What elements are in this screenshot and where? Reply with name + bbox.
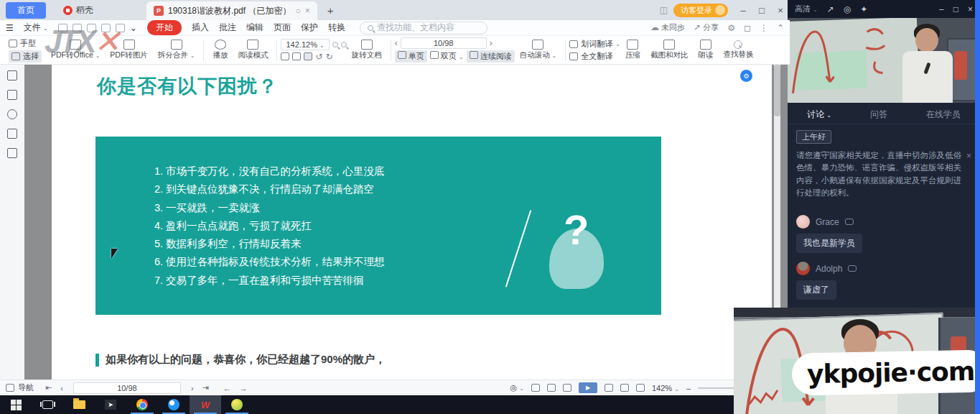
wps-taskbar-button[interactable]: W <box>190 395 221 414</box>
tab-discussion[interactable]: 讨论 ⌄ <box>807 109 831 121</box>
menu-page[interactable]: 页面 <box>274 22 291 34</box>
window-maximize-icon[interactable]: □ <box>752 5 771 16</box>
auto-scroll-button[interactable]: 自动滚动 ⌄ <box>520 40 557 60</box>
tab-qa[interactable]: 问答 <box>870 109 887 121</box>
live-video-feed[interactable] <box>788 18 980 103</box>
history-forward-icon[interactable]: → <box>240 384 248 392</box>
settings-gear-icon[interactable]: ⚙ <box>727 23 735 33</box>
menu-convert[interactable]: 转换 <box>328 22 345 34</box>
prev-page-status-icon[interactable]: ‹ <box>60 384 63 392</box>
live-share-icon[interactable]: ↗ <box>827 4 834 14</box>
chat-bubble-icon[interactable] <box>845 218 854 225</box>
close-tab-icon[interactable]: × <box>305 6 310 16</box>
play-status-button[interactable]: ▶ <box>579 382 597 393</box>
print-icon[interactable] <box>87 24 96 32</box>
first-page-icon[interactable]: ⇤ <box>45 383 52 392</box>
avatar[interactable] <box>796 215 810 229</box>
prev-page-icon[interactable]: ‹ <box>395 38 398 48</box>
full-translate-button[interactable]: 全文翻译 <box>569 51 620 62</box>
fit-width-status-icon[interactable] <box>620 384 629 392</box>
window-minimize-icon[interactable]: – <box>734 5 752 16</box>
actual-size-icon[interactable] <box>281 52 289 60</box>
quick-tools-float-button[interactable]: ⚙ <box>740 70 752 82</box>
nav-panel-icon[interactable] <box>6 384 14 392</box>
signature-icon[interactable] <box>7 148 17 158</box>
comment-badge-icon[interactable]: ○ <box>295 6 300 16</box>
menu-start[interactable]: 开始 <box>147 20 182 35</box>
double-page-button[interactable]: 双页 ⌄ <box>430 51 464 62</box>
hand-tool[interactable]: 手型 <box>9 38 42 49</box>
screen-tool-button[interactable]: ➤ <box>95 395 126 414</box>
page-number-input[interactable]: 10/98 <box>401 37 487 49</box>
eye-protect-icon[interactable]: ◎ ⌄ <box>510 383 524 392</box>
pdf-to-image-button[interactable]: PDF转图片 <box>110 40 148 60</box>
history-back-icon[interactable]: ← <box>223 384 231 392</box>
pin-icon[interactable]: ✦ <box>860 4 867 14</box>
rotate-right-icon[interactable]: ↻ <box>326 52 333 62</box>
rotate-doc-button[interactable]: 旋转文档 <box>352 40 382 60</box>
nav-label[interactable]: 导航 <box>18 382 34 393</box>
chat-bubble-icon[interactable] <box>848 265 857 272</box>
tab-document[interactable]: P 190318谐波教材.pdf （已加密） ○ × <box>146 1 317 20</box>
share-button[interactable]: ↗ 分享 <box>694 22 719 33</box>
select-tool[interactable]: 选择 <box>9 50 42 63</box>
record-icon[interactable]: ◎ <box>844 4 851 14</box>
more-vertical-icon[interactable]: ⋮ <box>760 23 768 33</box>
undo-icon[interactable] <box>101 24 111 32</box>
live-close-icon[interactable]: × <box>968 4 973 14</box>
pdf-to-office-button[interactable]: PDF转Office ⌄ <box>51 40 100 60</box>
tab-home[interactable]: 首页 <box>6 2 46 19</box>
avatar[interactable] <box>796 262 810 275</box>
hamburger-icon[interactable]: ☰ <box>6 23 14 33</box>
browser-app-button[interactable] <box>158 395 190 414</box>
continuous-status-icon[interactable] <box>531 384 540 392</box>
status-page-input[interactable]: 10/98 <box>73 382 181 394</box>
tab-online-students[interactable]: 在线学员 <box>926 109 961 121</box>
pdf-page[interactable]: 你是否有以下困扰？ 1. 市场千变万化，没有自己的分析系统，心里没底 2. 到关… <box>52 63 772 380</box>
search-input[interactable]: 查找功能、文档内容 <box>360 22 487 34</box>
live-maximize-icon[interactable]: □ <box>953 4 958 14</box>
menu-edit[interactable]: 编辑 <box>246 22 263 34</box>
scrollbar-thumb[interactable] <box>774 65 780 116</box>
menu-file[interactable]: 文件 ⌄ <box>24 22 48 34</box>
fit-width-icon[interactable] <box>292 52 301 60</box>
chrome-button[interactable] <box>126 395 158 414</box>
last-page-icon[interactable]: ⇥ <box>202 383 209 392</box>
quality-selector[interactable]: 高清 ⌄ <box>795 4 818 14</box>
read-aloud-button[interactable]: 朗读 <box>698 40 713 60</box>
single-page-button[interactable]: 单页 <box>395 50 427 63</box>
compress-button[interactable]: 压缩 <box>625 40 640 60</box>
next-page-status-icon[interactable]: › <box>191 384 194 392</box>
menu-insert[interactable]: 插入 <box>192 22 209 34</box>
sync-status[interactable]: ☁ 未同步 <box>650 22 685 33</box>
read-mode-button[interactable]: 阅读模式 <box>238 40 268 60</box>
tab-docer[interactable]: 稻壳 <box>53 2 103 19</box>
snapshot-compare-button[interactable]: 截图和对比 <box>650 40 689 60</box>
continuous-read-button[interactable]: 连续阅读 <box>467 50 515 63</box>
zoom-value[interactable]: 142.12% ⌄ <box>281 39 329 50</box>
bookmark-icon[interactable] <box>7 70 17 80</box>
status-zoom-value[interactable]: 142% ⌄ <box>652 384 679 392</box>
redo-icon[interactable] <box>116 24 125 32</box>
word-translate-button[interactable]: 划词翻译 ⌄ <box>569 39 620 50</box>
start-button[interactable] <box>0 395 32 414</box>
attachment-icon[interactable] <box>7 129 17 139</box>
guest-login-button[interactable]: 访客登录 <box>673 4 728 17</box>
quickbar-more-icon[interactable]: ⌄ <box>130 23 137 33</box>
actual-size-status-icon[interactable] <box>605 384 613 392</box>
menu-annotate[interactable]: 批注 <box>219 22 236 34</box>
finance-app-button[interactable] <box>221 395 253 414</box>
find-replace-button[interactable]: 查找替换 <box>723 40 753 60</box>
pip-video-window[interactable]: ykpojie·com <box>734 308 980 414</box>
single-page-status-icon[interactable] <box>547 384 556 392</box>
zoom-out-icon[interactable] <box>332 42 338 47</box>
next-page-icon[interactable]: › <box>490 38 493 48</box>
zoom-out-status-icon[interactable]: – <box>686 384 691 392</box>
rotate-left-icon[interactable]: ↺ <box>315 52 322 62</box>
split-merge-button[interactable]: 拆分合并 ⌄ <box>158 40 195 60</box>
collapse-ribbon-icon[interactable]: ⌃ <box>777 23 784 33</box>
new-tab-icon[interactable]: + <box>327 4 334 17</box>
menu-protect[interactable]: 保护 <box>301 22 318 34</box>
comment-icon[interactable]: ◻ <box>744 23 751 33</box>
sidebar-toggle-icon[interactable]: ◫ <box>660 5 668 15</box>
